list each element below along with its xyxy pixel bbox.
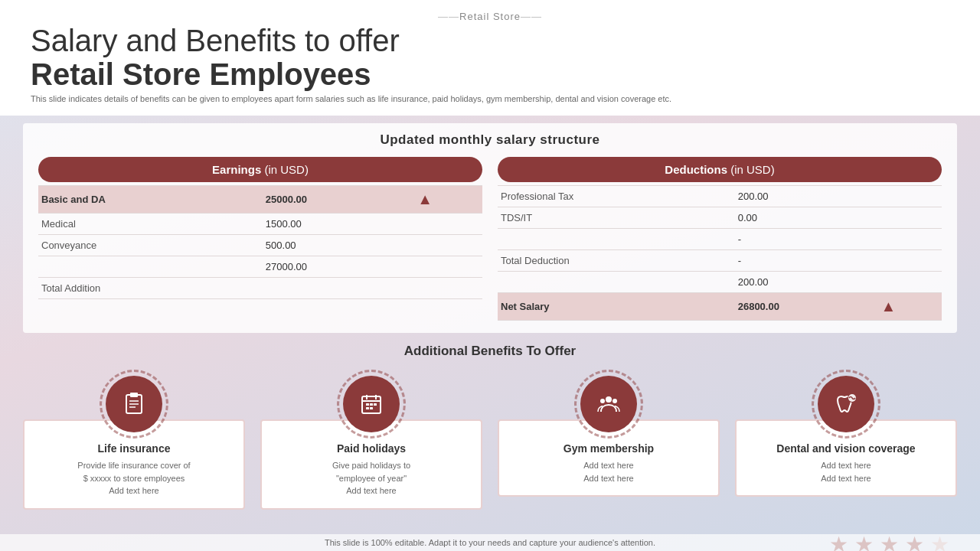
row-amount: 200.00 xyxy=(735,186,878,207)
table-row: Net Salary 26800.00 ▲ xyxy=(498,293,942,321)
salary-section-title: Updated monthly salary structure xyxy=(38,132,942,148)
row-label: TDS/IT xyxy=(498,207,735,229)
table-row: Total Deduction - xyxy=(498,250,942,272)
row-amount: 27000.00 xyxy=(263,256,414,278)
footer: This slide is 100% editable. Adapt it to… xyxy=(0,534,980,551)
benefit-card-life-insurance: Life insurance Provide life insurance co… xyxy=(23,370,245,510)
up-arrow-icon: ▲ xyxy=(881,298,897,315)
svg-point-16 xyxy=(612,399,617,403)
deductions-table: Professional Tax 200.00 TDS/IT 0.00 - xyxy=(498,185,942,321)
main-title: Salary and Benefits to offer Retail Stor… xyxy=(31,24,949,91)
benefit-icon-container xyxy=(812,370,880,439)
benefit-description: Add text hereAdd text here xyxy=(747,459,945,484)
benefit-description: Provide life insurance cover of$ xxxxx t… xyxy=(35,459,233,497)
earnings-header-normal: (in USD) xyxy=(264,163,309,176)
calendar-icon xyxy=(358,390,385,418)
benefit-description: Give paid holidays to"employee of year"A… xyxy=(273,459,470,497)
arrow-cell: ▲ xyxy=(878,293,942,321)
benefit-description: Add text hereAdd text here xyxy=(510,459,707,484)
row-amount: 1500.00 xyxy=(263,214,414,235)
clipboard-icon xyxy=(120,390,148,418)
retail-store-label: Retail Store xyxy=(31,11,949,22)
salary-grid: Earnings (in USD) Basic and DA 25000.00 … xyxy=(38,157,942,321)
row-amount: 200.00 xyxy=(735,272,878,293)
header: Retail Store Salary and Benefits to offe… xyxy=(0,0,980,116)
table-row: Professional Tax 200.00 xyxy=(498,186,942,207)
svg-rect-11 xyxy=(374,403,377,406)
earnings-column: Earnings (in USD) Basic and DA 25000.00 … xyxy=(38,157,482,321)
deductions-column: Deductions (in USD) Professional Tax 200… xyxy=(498,157,942,321)
table-row: 27000.00 xyxy=(38,256,482,278)
subtitle: This slide indicates details of benefits… xyxy=(31,94,949,103)
benefit-icon-circle xyxy=(580,376,637,432)
group-icon xyxy=(595,390,622,418)
main-content: Updated monthly salary structure Earning… xyxy=(0,116,980,510)
table-row: TDS/IT 0.00 xyxy=(498,207,942,229)
tooth-icon xyxy=(832,390,860,418)
benefit-icon-container xyxy=(100,370,168,439)
benefit-card-gym-membership: Gym membership Add text hereAdd text her… xyxy=(498,370,720,510)
row-amount: - xyxy=(735,229,878,250)
earnings-table: Basic and DA 25000.00 ▲ Medical 1500.00 … xyxy=(38,185,482,299)
row-label: Medical xyxy=(38,214,263,235)
benefit-name: Gym membership xyxy=(510,442,707,455)
svg-point-15 xyxy=(600,399,605,403)
benefit-icon-container xyxy=(337,370,406,439)
table-row: Total Addition xyxy=(38,278,482,299)
benefits-section: Additional Benefits To Offer xyxy=(23,344,957,510)
row-amount: 26800.00 xyxy=(735,293,878,321)
svg-rect-9 xyxy=(366,403,369,406)
benefit-name: Life insurance xyxy=(35,442,233,455)
svg-rect-1 xyxy=(130,393,138,397)
benefits-title: Additional Benefits To Offer xyxy=(23,344,957,359)
benefit-card-dental-vision: Dental and vision coverage Add text here… xyxy=(735,370,957,510)
table-row: Conveyance 500.00 xyxy=(38,235,482,256)
benefit-icon-circle xyxy=(818,376,874,432)
benefit-icon-circle xyxy=(106,376,162,432)
table-row: - xyxy=(498,229,942,250)
title-part2: Retail Store Employees xyxy=(31,57,371,91)
row-label: Total Deduction xyxy=(498,250,735,272)
earnings-header: Earnings (in USD) xyxy=(38,157,482,182)
svg-rect-12 xyxy=(366,407,369,409)
benefit-name: Dental and vision coverage xyxy=(747,442,945,455)
row-label xyxy=(38,256,263,278)
table-row: Medical 1500.00 xyxy=(38,214,482,235)
table-row: 200.00 xyxy=(498,272,942,293)
deductions-header-normal: (in USD) xyxy=(730,163,775,176)
row-label: Total Addition xyxy=(38,278,263,299)
row-amount xyxy=(263,278,414,299)
benefit-icon-circle xyxy=(343,376,400,432)
salary-section: Updated monthly salary structure Earning… xyxy=(23,123,957,333)
row-amount: - xyxy=(735,250,878,272)
svg-rect-10 xyxy=(370,403,373,406)
row-label: Professional Tax xyxy=(498,186,735,207)
up-arrow-icon: ▲ xyxy=(417,191,433,208)
arrow-cell: ▲ xyxy=(414,186,482,214)
benefit-icon-container xyxy=(574,370,643,439)
deductions-header: Deductions (in USD) xyxy=(498,157,942,182)
title-part1: Salary and Benefits to offer xyxy=(31,24,400,57)
benefit-name: Paid holidays xyxy=(273,442,470,455)
svg-point-14 xyxy=(606,396,612,403)
row-label xyxy=(498,272,735,293)
row-amount: 0.00 xyxy=(735,207,878,229)
svg-rect-13 xyxy=(370,407,373,409)
benefit-card-paid-holidays: Paid holidays Give paid holidays to"empl… xyxy=(260,370,482,510)
row-amount: 500.00 xyxy=(263,235,414,256)
row-label: Basic and DA xyxy=(38,186,263,214)
row-label xyxy=(498,229,735,250)
row-label: Net Salary xyxy=(498,293,735,321)
row-amount: 25000.00 xyxy=(263,186,414,214)
benefits-grid: Life insurance Provide life insurance co… xyxy=(23,370,957,510)
table-row: Basic and DA 25000.00 ▲ xyxy=(38,186,482,214)
row-label: Conveyance xyxy=(38,235,263,256)
slide: Retail Store Salary and Benefits to offe… xyxy=(0,0,980,551)
